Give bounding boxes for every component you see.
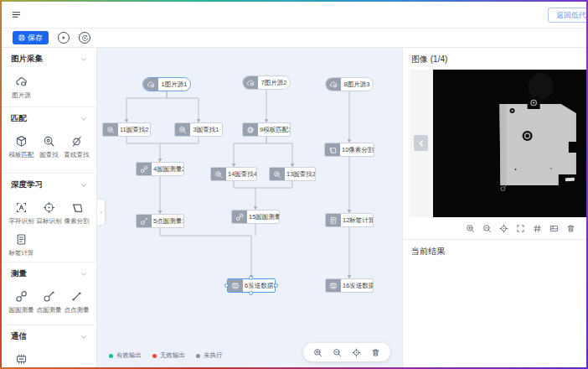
flow-node-13[interactable]: 13圆查找3 bbox=[269, 167, 316, 181]
sidebar-item-目标识别[interactable]: 目标识别 bbox=[35, 201, 63, 226]
flow-node-12[interactable]: 12标签计算1 bbox=[325, 213, 374, 227]
canvas-zoom-toolbar bbox=[303, 343, 390, 361]
sidebar-section: 深度学习字符识别目标识别像素分割标签计算 bbox=[2, 174, 96, 262]
legend-label: 无效输出 bbox=[160, 351, 185, 360]
sidebar-item-点圆测量[interactable]: 点圆测量 bbox=[35, 290, 63, 314]
sidebar-item-圆查找[interactable]: 圆查找 bbox=[35, 135, 63, 159]
flow-node-11[interactable]: 11圆查找2 bbox=[102, 122, 151, 137]
flow-node-5[interactable]: 5点圆测量1 bbox=[136, 214, 184, 228]
flow-node-8[interactable]: 8图片源3 bbox=[325, 77, 374, 91]
flow-canvas[interactable]: 1图片源17图片源28图片源311圆查找23圆查找19模板匹配110像素分割14… bbox=[97, 48, 402, 367]
inspection-image[interactable] bbox=[433, 70, 586, 217]
zoom-out-icon[interactable] bbox=[482, 224, 492, 233]
fit-icon[interactable] bbox=[549, 224, 559, 233]
zoom-out-icon[interactable] bbox=[333, 348, 342, 357]
flow-node-6[interactable]: 6发送数据1 bbox=[227, 278, 276, 293]
node-handle[interactable] bbox=[249, 291, 253, 295]
circle-search-icon bbox=[106, 126, 115, 134]
grid-icon[interactable] bbox=[533, 224, 542, 233]
main-area: 图片采集图片源匹配模板匹配圆查找直线查找深度学习字符识别目标识别像素分割标签计算… bbox=[2, 48, 586, 367]
node-label: 11圆查找2 bbox=[118, 126, 150, 134]
sidebar-item-label: 字符识别 bbox=[9, 217, 34, 226]
circle-search-icon bbox=[214, 170, 223, 179]
save-button[interactable]: 保存 bbox=[13, 31, 49, 44]
sidebar-item-plc[interactable] bbox=[8, 353, 35, 367]
flow-node-15[interactable]: 15圆圆测量3 bbox=[231, 210, 280, 224]
circle-circle-icon bbox=[15, 290, 28, 303]
flow-node-9[interactable]: 9模板匹配1 bbox=[242, 122, 291, 137]
status-legend: 有效输出无效输出未执行 bbox=[109, 351, 223, 360]
app-window: 返回低代 保存 bbox=[2, 2, 586, 367]
legend-dot bbox=[152, 354, 157, 358]
chevron-down-icon[interactable] bbox=[80, 115, 88, 123]
chevron-down-icon[interactable] bbox=[80, 270, 88, 278]
node-handle[interactable] bbox=[224, 283, 229, 288]
save-label: 保存 bbox=[28, 33, 43, 44]
doc-icon bbox=[329, 216, 338, 225]
sidebar-item-label: 模板匹配 bbox=[9, 151, 34, 159]
sidebar-section-header[interactable]: 通信 bbox=[2, 331, 96, 342]
flow-node-16[interactable]: 16发送数据2 bbox=[325, 278, 374, 293]
chevron-left-icon: ‹ bbox=[100, 210, 101, 216]
chevron-down-icon[interactable] bbox=[80, 181, 88, 190]
flow-node-1[interactable]: 1图片源1 bbox=[142, 77, 191, 91]
flow-node-7[interactable]: 7图片源2 bbox=[242, 75, 291, 90]
sidebar-item-label: 圆查找 bbox=[39, 151, 59, 159]
point-point-icon bbox=[70, 290, 83, 303]
flow-node-14[interactable]: 14圆查找4 bbox=[210, 167, 257, 181]
sidebar-section-header[interactable]: 测量 bbox=[2, 268, 96, 279]
sidebar-item-模板匹配[interactable]: 模板匹配 bbox=[8, 135, 35, 159]
chevron-down-icon[interactable] bbox=[80, 333, 88, 341]
sidebar-item-圆圆测量[interactable]: 圆圆测量 bbox=[8, 290, 35, 314]
sidebar-item-像素分割[interactable]: 像素分割 bbox=[63, 201, 90, 226]
cloud-image-icon bbox=[246, 79, 255, 87]
node-handle[interactable] bbox=[274, 283, 278, 288]
flow-node-4[interactable]: 4圆圆测量2 bbox=[136, 162, 184, 176]
locate-icon[interactable] bbox=[499, 224, 508, 233]
top-bar: 返回低代 bbox=[2, 2, 586, 29]
flow-node-3[interactable]: 3圆查找1 bbox=[174, 122, 223, 137]
sidebar-collapse-handle[interactable]: ‹ bbox=[97, 200, 105, 225]
doc-icon bbox=[15, 233, 28, 246]
sidebar-section-header[interactable]: 图片采集 bbox=[2, 54, 96, 65]
trash-icon[interactable] bbox=[371, 348, 380, 357]
sidebar-item-点点测量[interactable]: 点点测量 bbox=[63, 290, 90, 314]
ocr-icon bbox=[15, 201, 28, 214]
flow-edge bbox=[160, 137, 199, 143]
sidebar-item-label: 目标识别 bbox=[37, 217, 62, 226]
node-handle[interactable] bbox=[249, 276, 253, 280]
zoom-in-icon[interactable] bbox=[466, 224, 475, 233]
plc-icon bbox=[15, 353, 28, 366]
run-loop-button[interactable] bbox=[79, 32, 90, 44]
node-label: 13圆查找3 bbox=[285, 170, 315, 179]
cloud-image-icon bbox=[329, 81, 338, 89]
flow-edges bbox=[97, 48, 402, 367]
sidebar-item-图片源[interactable]: 图片源 bbox=[8, 75, 35, 100]
sidebar-item-label: 像素分割 bbox=[64, 217, 90, 226]
run-button[interactable] bbox=[58, 32, 70, 44]
sidebar-item-直线查找[interactable]: 直线查找 bbox=[63, 135, 90, 159]
legend-dot bbox=[109, 354, 113, 358]
cloud-image-icon bbox=[15, 75, 28, 88]
circle-search-icon bbox=[273, 170, 281, 179]
node-label: 9模板匹配1 bbox=[258, 126, 290, 134]
sidebar-item-标签计算[interactable]: 标签计算 bbox=[8, 233, 35, 257]
zoom-in-icon[interactable] bbox=[313, 348, 322, 357]
prev-image-button[interactable] bbox=[414, 135, 428, 151]
trash-icon[interactable] bbox=[566, 224, 575, 233]
fullscreen-icon[interactable] bbox=[516, 224, 525, 233]
node-label: 7图片源2 bbox=[258, 79, 290, 87]
sidebar-item-字符识别[interactable]: 字符识别 bbox=[8, 201, 35, 226]
sidebar-section-header[interactable]: 深度学习 bbox=[2, 179, 96, 190]
back-to-lowcode-button[interactable]: 返回低代 bbox=[548, 8, 586, 23]
sidebar-item-label: 图片源 bbox=[12, 91, 31, 100]
chevron-down-icon[interactable] bbox=[80, 55, 88, 64]
image-viewer-toolbar bbox=[403, 217, 586, 240]
menu-icon[interactable] bbox=[12, 10, 21, 19]
sidebar-section-header[interactable]: 匹配 bbox=[2, 113, 96, 124]
action-toolbar: 保存 bbox=[2, 29, 586, 48]
sidebar-item-label: 点圆测量 bbox=[37, 306, 62, 314]
sidebar-section-title: 匹配 bbox=[11, 113, 27, 124]
locate-icon[interactable] bbox=[352, 348, 361, 357]
flow-node-10[interactable]: 10像素分割1 bbox=[324, 143, 374, 157]
